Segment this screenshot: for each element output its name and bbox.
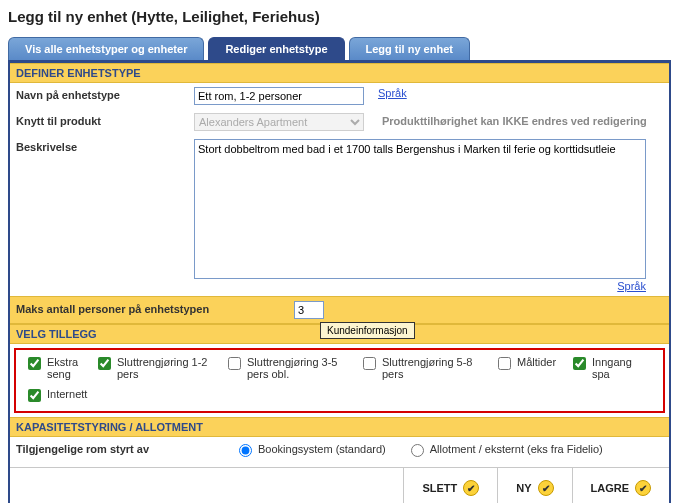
addon-extra-bed-label: Ekstra seng	[47, 356, 94, 380]
product-readonly-note: Produkttilhørighet kan IKKE endres ved r…	[382, 113, 647, 127]
radio-booking-system[interactable]: Bookingsystem (standard)	[234, 441, 386, 457]
addon-clean-1-2-checkbox[interactable]	[98, 357, 111, 370]
label-availability: Tilgjengelige rom styrt av	[16, 443, 226, 455]
addon-clean-1-2-label: Sluttrengjøring 1-2 pers	[117, 356, 224, 380]
addon-internet-label: Internett	[47, 388, 87, 400]
tooltip-customer-info: Kundeinformasjon	[320, 322, 415, 339]
addon-internet-checkbox[interactable]	[28, 389, 41, 402]
label-product: Knytt til produkt	[16, 113, 186, 127]
label-max-persons: Maks antall personer på enhetstypen	[16, 301, 286, 315]
radio-allotment[interactable]: Allotment / eksternt (eks fra Fidelio)	[406, 441, 603, 457]
new-button-label: NY	[516, 482, 531, 494]
name-input[interactable]	[194, 87, 364, 105]
addon-extra-bed[interactable]: Ekstra seng	[24, 356, 94, 380]
section-capacity-heading: KAPASITETSTYRING / ALLOTMENT	[10, 417, 669, 437]
lang-link-description[interactable]: Språk	[617, 280, 646, 292]
tab-all-units[interactable]: Vis alle enhetstyper og enheter	[8, 37, 204, 60]
edit-panel: DEFINER ENHETSTYPE Navn på enhetstype Sp…	[8, 63, 671, 503]
addon-clean-3-5-label: Sluttrengjøring 3-5 pers obl.	[247, 356, 359, 380]
addon-extra-bed-checkbox[interactable]	[28, 357, 41, 370]
addon-spa-label: Inngang spa	[592, 356, 644, 380]
addon-clean-3-5[interactable]: Sluttrengjøring 3-5 pers obl.	[224, 356, 359, 380]
addon-clean-5-8-checkbox[interactable]	[363, 357, 376, 370]
addon-meals-label: Måltider	[517, 356, 556, 368]
product-select: Alexanders Apartment	[194, 113, 364, 131]
tab-edit-unit-type[interactable]: Rediger enhetstype	[208, 37, 344, 60]
addon-spa[interactable]: Inngang spa	[569, 356, 644, 380]
tab-bar: Vis alle enhetstyper og enheter Rediger …	[8, 37, 671, 63]
description-textarea[interactable]: Stort dobbeltrom med bad i et 1700 talls…	[194, 139, 646, 279]
footer-actions: SLETT ✔ NY ✔ LAGRE ✔	[10, 467, 669, 503]
addon-clean-5-8-label: Sluttrengjøring 5-8 pers	[382, 356, 494, 380]
label-name: Navn på enhetstype	[16, 87, 186, 101]
save-button-label: LAGRE	[591, 482, 630, 494]
radio-allotment-input[interactable]	[411, 444, 424, 457]
radio-booking-system-input[interactable]	[239, 444, 252, 457]
addon-clean-5-8[interactable]: Sluttrengjøring 5-8 pers	[359, 356, 494, 380]
addon-meals-checkbox[interactable]	[498, 357, 511, 370]
page-title: Legg til ny enhet (Hytte, Leilighet, Fer…	[8, 8, 671, 25]
lang-link-name[interactable]: Språk	[378, 87, 407, 99]
addon-clean-3-5-checkbox[interactable]	[228, 357, 241, 370]
check-icon: ✔	[538, 480, 554, 496]
addon-clean-1-2[interactable]: Sluttrengjøring 1-2 pers	[94, 356, 224, 380]
new-button[interactable]: NY ✔	[497, 468, 571, 503]
addon-internet[interactable]: Internett	[24, 388, 87, 405]
addons-group: Ekstra seng Sluttrengjøring 1-2 pers Slu…	[14, 348, 665, 413]
radio-allotment-label: Allotment / eksternt (eks fra Fidelio)	[430, 443, 603, 455]
delete-button[interactable]: SLETT ✔	[403, 468, 497, 503]
check-icon: ✔	[463, 480, 479, 496]
addon-spa-checkbox[interactable]	[573, 357, 586, 370]
max-persons-input[interactable]	[294, 301, 324, 319]
save-button[interactable]: LAGRE ✔	[572, 468, 670, 503]
check-icon: ✔	[635, 480, 651, 496]
delete-button-label: SLETT	[422, 482, 457, 494]
tab-add-new-unit[interactable]: Legg til ny enhet	[349, 37, 470, 60]
radio-booking-system-label: Bookingsystem (standard)	[258, 443, 386, 455]
label-description: Beskrivelse	[16, 139, 186, 153]
section-define-heading: DEFINER ENHETSTYPE	[10, 63, 669, 83]
addon-meals[interactable]: Måltider	[494, 356, 569, 380]
